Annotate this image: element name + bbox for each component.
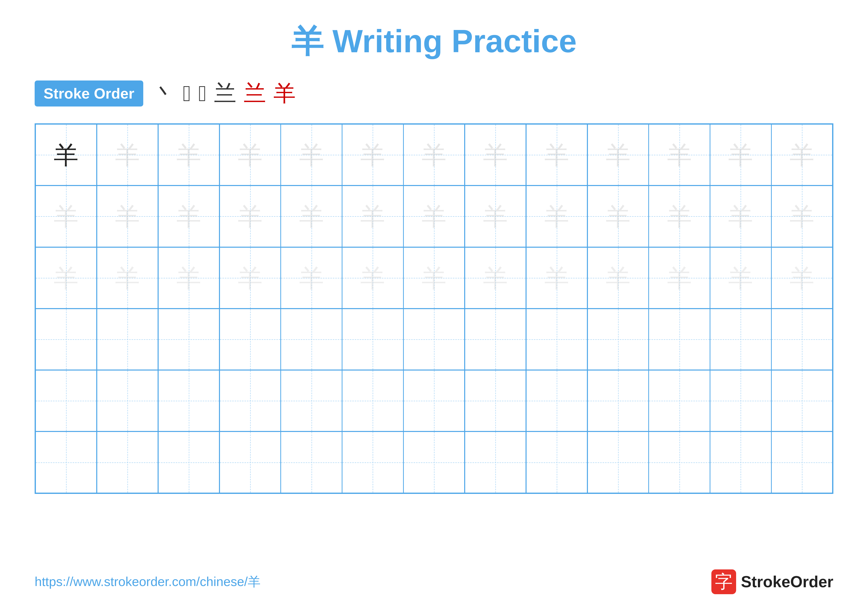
grid-cell[interactable]: 羊	[526, 185, 587, 247]
cell-character: 羊	[177, 266, 201, 290]
grid-cell[interactable]: 羊	[403, 124, 465, 185]
grid-cell[interactable]	[36, 431, 97, 493]
grid-cell[interactable]	[97, 309, 158, 370]
cell-character: 羊	[728, 204, 753, 229]
cell-character: 羊	[360, 204, 385, 229]
grid-cell[interactable]: 羊	[465, 247, 526, 309]
grid-cell[interactable]: 羊	[158, 124, 220, 185]
cell-character: 羊	[177, 204, 201, 229]
grid-cell[interactable]: 羊	[97, 247, 158, 309]
grid-cell[interactable]	[526, 370, 587, 431]
grid-cell[interactable]	[648, 370, 710, 431]
grid-cell[interactable]: 羊	[648, 124, 710, 185]
page: 羊 Writing Practice Stroke Order 丶 𠃋 𠄌 兰 …	[0, 0, 868, 614]
grid-cell[interactable]	[281, 431, 342, 493]
grid-cell[interactable]	[465, 431, 526, 493]
grid-cell[interactable]: 羊	[465, 185, 526, 247]
grid-cell[interactable]	[465, 309, 526, 370]
cell-character: 羊	[728, 266, 753, 290]
grid-cell[interactable]	[403, 309, 465, 370]
grid-cell[interactable]: 羊	[36, 124, 97, 185]
grid-cell[interactable]: 羊	[587, 185, 649, 247]
cell-character: 羊	[360, 266, 385, 290]
grid-cell[interactable]: 羊	[771, 124, 832, 185]
cell-character: 羊	[422, 204, 446, 229]
cell-character: 羊	[238, 266, 262, 290]
grid-cell[interactable]: 羊	[158, 185, 220, 247]
grid-cell[interactable]	[710, 370, 771, 431]
grid-cell[interactable]	[342, 431, 403, 493]
grid-cell[interactable]	[220, 309, 281, 370]
grid-cell[interactable]	[158, 431, 220, 493]
grid-cell[interactable]	[771, 309, 832, 370]
grid-cell[interactable]: 羊	[648, 185, 710, 247]
grid-cell[interactable]: 羊	[97, 124, 158, 185]
grid-cell[interactable]: 羊	[220, 124, 281, 185]
grid-cell[interactable]	[281, 370, 342, 431]
grid-cell[interactable]: 羊	[710, 185, 771, 247]
grid-cell[interactable]	[648, 431, 710, 493]
grid-cell[interactable]: 羊	[771, 185, 832, 247]
grid-cell[interactable]: 羊	[710, 124, 771, 185]
grid-cell[interactable]: 羊	[710, 247, 771, 309]
footer: https://www.strokeorder.com/chinese/羊 字 …	[35, 569, 833, 594]
grid-cell[interactable]: 羊	[36, 185, 97, 247]
grid-cell[interactable]: 羊	[342, 124, 403, 185]
grid-cell[interactable]: 羊	[587, 124, 649, 185]
cell-character: 羊	[606, 204, 631, 229]
grid-cell[interactable]	[710, 431, 771, 493]
grid-cell[interactable]	[281, 309, 342, 370]
cell-character: 羊	[483, 204, 508, 229]
grid-cell[interactable]	[220, 370, 281, 431]
grid-cell[interactable]: 羊	[158, 247, 220, 309]
grid-cell[interactable]: 羊	[342, 247, 403, 309]
grid-cell[interactable]	[342, 370, 403, 431]
grid-cell[interactable]: 羊	[36, 247, 97, 309]
grid-cell[interactable]	[158, 309, 220, 370]
grid-cell[interactable]	[342, 309, 403, 370]
grid-cell[interactable]	[587, 309, 649, 370]
grid-cell[interactable]: 羊	[526, 247, 587, 309]
grid-cell[interactable]: 羊	[342, 185, 403, 247]
cell-character: 羊	[544, 266, 569, 290]
grid-cell[interactable]	[771, 370, 832, 431]
grid-cell[interactable]	[403, 431, 465, 493]
grid-cell[interactable]	[771, 431, 832, 493]
grid-cell[interactable]: 羊	[281, 247, 342, 309]
title-text: Writing Practice	[323, 23, 577, 59]
grid-cell[interactable]	[465, 370, 526, 431]
grid-cell[interactable]	[710, 309, 771, 370]
grid-cell[interactable]: 羊	[97, 185, 158, 247]
grid-cell[interactable]: 羊	[771, 247, 832, 309]
grid-cell[interactable]	[36, 370, 97, 431]
grid-cell[interactable]	[587, 370, 649, 431]
grid-cell[interactable]	[403, 370, 465, 431]
grid-cell[interactable]: 羊	[220, 185, 281, 247]
grid-cell[interactable]	[158, 370, 220, 431]
cell-character: 羊	[667, 266, 692, 290]
cell-character: 羊	[790, 142, 814, 167]
logo-text: StrokeOrder	[741, 573, 833, 591]
grid-cell[interactable]: 羊	[465, 124, 526, 185]
grid-cell[interactable]: 羊	[281, 185, 342, 247]
grid-cell[interactable]	[526, 431, 587, 493]
grid-cell[interactable]	[220, 431, 281, 493]
stroke-sequence: 丶 𠃋 𠄌 兰 兰 羊	[153, 78, 296, 109]
grid-cell[interactable]: 羊	[403, 185, 465, 247]
grid-cell[interactable]	[97, 370, 158, 431]
grid-cell[interactable]: 羊	[587, 247, 649, 309]
footer-logo: 字 StrokeOrder	[711, 569, 833, 594]
grid-cell[interactable]	[36, 309, 97, 370]
grid-cell[interactable]	[97, 431, 158, 493]
grid-cell[interactable]: 羊	[281, 124, 342, 185]
grid-cell[interactable]	[648, 309, 710, 370]
cell-character: 羊	[54, 266, 78, 290]
grid-cell[interactable]: 羊	[220, 247, 281, 309]
grid-cell[interactable]: 羊	[526, 124, 587, 185]
grid-cell[interactable]	[526, 309, 587, 370]
cell-character: 羊	[238, 204, 262, 229]
grid-cell[interactable]	[587, 431, 649, 493]
cell-character: 羊	[299, 204, 324, 229]
grid-cell[interactable]: 羊	[403, 247, 465, 309]
grid-cell[interactable]: 羊	[648, 247, 710, 309]
